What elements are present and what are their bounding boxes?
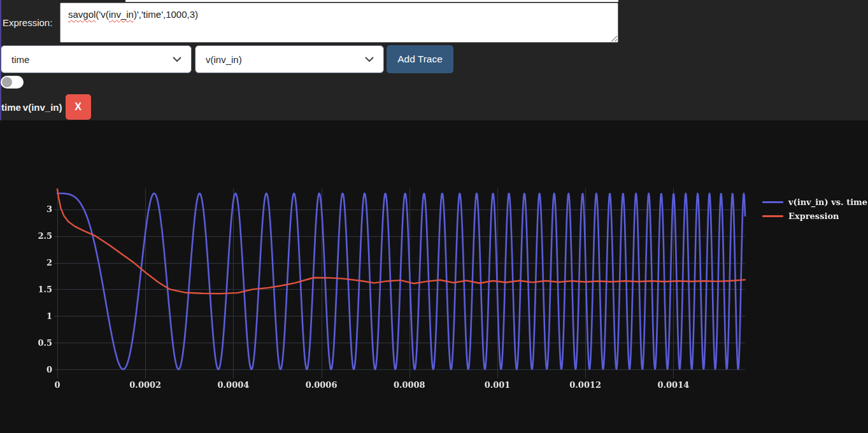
chevron-down-icon: [173, 57, 181, 62]
expression-text: savgol('v(inv_in)','time',1000,3): [68, 9, 198, 20]
legend-item-trace[interactable]: v(inv_in) vs. time: [762, 195, 867, 209]
trace-x-label: time: [1, 102, 21, 113]
y-variable-value: v(inv_in): [206, 54, 242, 65]
waveform-chart[interactable]: [0, 120, 868, 433]
legend-label: v(inv_in) vs. time: [788, 197, 867, 207]
controls-panel: Expression: savgol('v(inv_in)','time',10…: [0, 0, 868, 120]
legend-item-expression[interactable]: Expression: [762, 209, 867, 223]
legend-line-swatch: [762, 215, 783, 217]
trace-chip: time v(inv_in) X: [1, 94, 91, 120]
chart-section: v(inv_in) vs. time Expression: [0, 120, 868, 433]
waveform-viewer-app: Expression: savgol('v(inv_in)','time',10…: [0, 0, 868, 433]
chart-legend: v(inv_in) vs. time Expression: [762, 195, 867, 223]
expression-input[interactable]: savgol('v(inv_in)','time',1000,3): [60, 3, 618, 43]
resize-grip-icon[interactable]: [610, 34, 617, 41]
remove-trace-button[interactable]: X: [66, 94, 91, 120]
plot-options-toggle[interactable]: [1, 76, 24, 89]
expression-label: Expression:: [3, 17, 52, 28]
legend-line-swatch: [762, 201, 783, 203]
toggle-knob: [2, 77, 12, 87]
legend-label: Expression: [788, 211, 839, 221]
y-variable-select[interactable]: v(inv_in): [195, 45, 384, 73]
add-trace-button[interactable]: Add Trace: [387, 45, 453, 73]
x-variable-select[interactable]: time: [1, 45, 192, 73]
trace-y-label: v(inv_in): [23, 102, 62, 113]
clipped-element-edge: [125, 0, 618, 2]
x-variable-value: time: [11, 54, 29, 65]
chevron-down-icon: [365, 57, 374, 62]
